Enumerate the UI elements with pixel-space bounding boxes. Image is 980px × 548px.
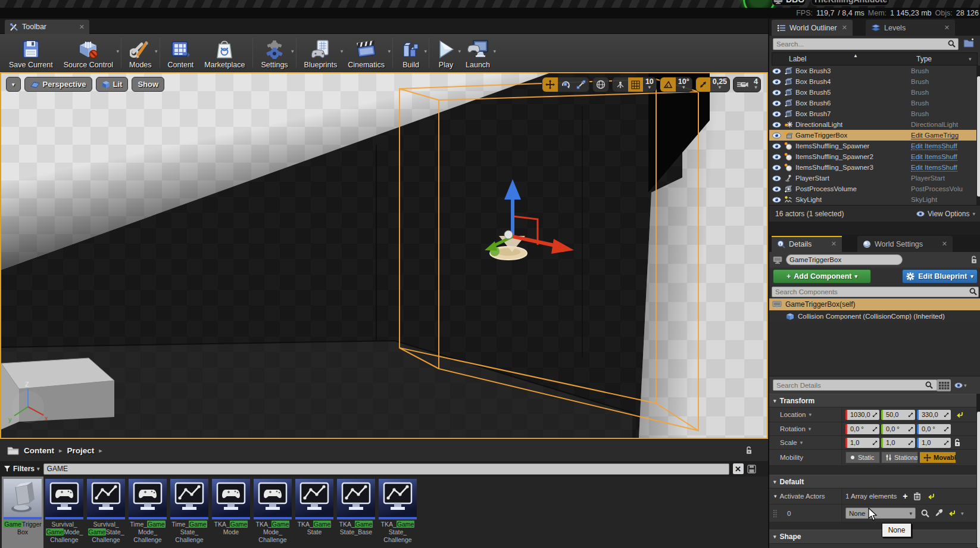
expand-icon[interactable] xyxy=(872,426,878,432)
element-options-icon[interactable]: ▾ xyxy=(961,510,964,516)
outliner-row-postprocessvolume[interactable]: PostProcessVolume PostProcessVolu xyxy=(769,183,976,194)
tab-details[interactable]: i Details ✕ xyxy=(772,236,842,252)
expand-icon[interactable] xyxy=(944,426,949,432)
clear-array-icon[interactable] xyxy=(913,492,921,500)
visibility-eye-icon[interactable] xyxy=(772,100,781,107)
outliner-row-directionallight[interactable]: DirectionalLight DirectionalLight xyxy=(769,119,976,130)
grid-snap-value[interactable]: 10▾ xyxy=(643,79,656,91)
expand-icon[interactable] xyxy=(944,440,949,446)
grid-snap-toggle[interactable] xyxy=(628,77,643,92)
asset-tile[interactable]: TKA_GameState_Challenge xyxy=(377,477,419,548)
details-scrollbar-thumb[interactable] xyxy=(977,412,980,548)
outliner-row-box brush3[interactable]: Box Brush3 Brush xyxy=(769,66,976,76)
visibility-eye-icon[interactable] xyxy=(772,175,781,182)
toolbar-button-launch[interactable]: ▾ Launch xyxy=(460,34,495,71)
clear-search-button[interactable]: ✕ xyxy=(733,463,744,474)
outliner-row-itemsshuffling_spawner2[interactable]: ItemsShuffling_Spawner2 Edit ItemsShuff xyxy=(769,151,976,162)
asset-tile[interactable]: Survival_GameMode_Challenge xyxy=(43,477,85,548)
filters-button[interactable]: Filters ▾ xyxy=(4,465,40,473)
viewport-options-button[interactable]: ▾ xyxy=(6,77,21,92)
asset-tile[interactable]: TKA_GameState_Base xyxy=(335,477,377,548)
mobility-static[interactable]: Static xyxy=(845,452,880,463)
viewport-3d[interactable]: Z x y ▾ Perspective Lit Show xyxy=(0,72,768,439)
lit-button[interactable]: Lit xyxy=(96,77,129,92)
scale-lock-icon[interactable] xyxy=(954,438,961,447)
expand-icon[interactable] xyxy=(908,440,913,446)
element-value-dropdown[interactable]: None ▾ xyxy=(845,507,916,519)
asset-tile[interactable]: TKA_GameMode xyxy=(210,477,252,548)
scale-tool-button[interactable] xyxy=(573,77,589,92)
transform-value-z[interactable]: 1,0 xyxy=(917,438,951,448)
world-local-toggle[interactable] xyxy=(593,77,608,92)
chevron-down-icon[interactable]: ▾ xyxy=(809,412,812,418)
search-details-input[interactable] xyxy=(773,379,937,391)
sort-asc-icon[interactable]: ▲ xyxy=(853,53,858,58)
camera-speed-value[interactable]: 4▾ xyxy=(751,79,760,91)
transform-value-z[interactable]: 330,0 xyxy=(917,410,951,420)
scale-snap-value[interactable]: 0,25▾ xyxy=(710,79,729,91)
eyedropper-icon[interactable] xyxy=(935,509,942,517)
chevron-down-icon[interactable]: ▾ xyxy=(800,440,803,446)
toolbar-button-modes[interactable]: ▾ Modes xyxy=(124,34,157,71)
section-transform[interactable]: ▾ Transform xyxy=(769,394,980,407)
outliner-row-itemsshuffling_spawner3[interactable]: ItemsShuffling_Spawner3 Edit ItemsShuff xyxy=(769,162,976,173)
visibility-eye-icon[interactable] xyxy=(772,122,781,128)
transform-value-x[interactable]: 1,0 xyxy=(845,438,879,448)
close-icon[interactable]: ✕ xyxy=(79,23,85,31)
section-default[interactable]: ▾ Default xyxy=(769,475,980,488)
outliner-scrollbar-track[interactable] xyxy=(976,66,980,205)
tab-toolbar[interactable]: Toolbar ✕ xyxy=(5,20,89,34)
transform-value-y[interactable]: 1,0 xyxy=(881,438,915,448)
browse-icon[interactable] xyxy=(921,509,929,518)
outliner-row-box brush6[interactable]: Box Brush6 Brush xyxy=(769,98,976,108)
asset-tile[interactable]: Time_GameMode_Challenge xyxy=(127,477,168,548)
breadcrumb-project[interactable]: Project xyxy=(67,446,95,455)
reset-to-default-icon[interactable] xyxy=(948,510,956,516)
save-search-icon[interactable] xyxy=(747,465,756,474)
column-label[interactable]: Label xyxy=(789,55,806,63)
asset-tile[interactable]: GameTriggerBox xyxy=(2,477,43,548)
section-shape[interactable]: ▾ Shape xyxy=(769,530,980,544)
visibility-eye-icon[interactable] xyxy=(772,143,781,150)
lock-icon[interactable] xyxy=(970,256,978,264)
breadcrumb-content[interactable]: Content xyxy=(24,446,54,455)
edit-blueprint-button[interactable]: Edit Blueprint ▾ xyxy=(902,269,978,284)
visibility-eye-icon[interactable] xyxy=(772,197,781,203)
details-scrollbar-track[interactable] xyxy=(976,394,980,548)
reset-to-default-icon[interactable] xyxy=(956,412,963,418)
component-row-self[interactable]: GameTriggerBox(self) xyxy=(769,298,980,310)
toolbar-button-settings[interactable]: ▾ Settings xyxy=(255,34,293,71)
outliner-row-itemsshuffling_spawner[interactable]: ItemsShuffling_Spawner Edit ItemsShuff xyxy=(769,141,976,151)
actor-name-input[interactable] xyxy=(786,254,903,265)
transform-value-x[interactable]: 0,0 ° xyxy=(845,424,879,434)
project-title-button[interactable]: TheKillingAntidote xyxy=(811,0,890,6)
angle-snap-value[interactable]: 10°▾ xyxy=(676,79,692,91)
outliner-row-skylight[interactable]: SkyLight SkyLight xyxy=(769,194,976,205)
new-folder-icon[interactable] xyxy=(963,38,975,48)
expand-icon[interactable] xyxy=(908,426,913,432)
toolbar-button-content[interactable]: Content xyxy=(163,34,199,71)
toolbar-button-build[interactable]: ▾ Build xyxy=(395,34,426,71)
asset-tile[interactable]: Time_GameState_Challenge xyxy=(168,477,210,548)
visibility-eye-icon[interactable] xyxy=(772,186,781,192)
move-tool-button[interactable] xyxy=(542,77,558,92)
toolbar-button-play[interactable]: ▾ Play xyxy=(432,34,460,71)
toolbar-button-blueprints[interactable]: ▾ Blueprints xyxy=(299,34,343,71)
close-icon[interactable]: ✕ xyxy=(831,240,837,248)
outliner-row-box brush4[interactable]: Box Brush4 Brush xyxy=(769,76,976,87)
visibility-eye-icon[interactable] xyxy=(772,154,781,160)
expand-icon[interactable] xyxy=(908,412,913,418)
search-components-input[interactable] xyxy=(772,287,979,297)
reset-to-default-icon[interactable] xyxy=(927,493,935,500)
visibility-eye-icon[interactable] xyxy=(772,164,781,171)
visibility-eye-icon[interactable] xyxy=(772,132,781,139)
drag-handle[interactable] xyxy=(773,509,777,518)
visibility-eye-icon[interactable] xyxy=(772,111,781,117)
outliner-row-gametriggerbox[interactable]: GameTriggerBox Edit GameTrigg xyxy=(769,130,976,141)
outliner-row-playerstart[interactable]: PlayerStart PlayerStart xyxy=(769,173,976,183)
expand-icon[interactable]: ▾ xyxy=(774,493,777,499)
toolbar-button-marketplace[interactable]: Marketplace xyxy=(199,34,250,71)
transform-value-y[interactable]: 0,0 ° xyxy=(881,424,915,434)
tab-world-settings[interactable]: World Settings ✕ xyxy=(857,236,953,252)
toolbar-button-source-control[interactable]: ▾ Source Control xyxy=(58,34,118,71)
